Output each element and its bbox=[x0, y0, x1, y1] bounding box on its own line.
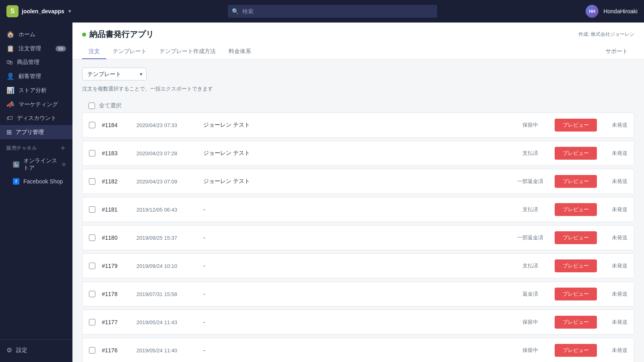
order-customer: - bbox=[203, 234, 506, 241]
template-select[interactable]: テンプレート bbox=[82, 68, 147, 80]
settings-gear-icon[interactable]: ⚙ bbox=[62, 162, 66, 167]
select-all-row: 全て選択 bbox=[82, 99, 634, 113]
tab-pricing[interactable]: 料金体系 bbox=[222, 45, 258, 59]
topbar-right: HH HondaHiroaki bbox=[586, 5, 638, 18]
sidebar-item-label: 注文管理 bbox=[19, 45, 41, 52]
sidebar-item-label: オンラインストア bbox=[23, 157, 58, 172]
order-status: 返金済 bbox=[512, 290, 548, 298]
order-customer: ジョーレン テスト bbox=[203, 178, 506, 185]
sidebar-item-home[interactable]: 🏠 ホーム bbox=[0, 27, 72, 41]
order-checkbox-6[interactable] bbox=[89, 291, 95, 297]
table-row: #1176 2019/05/24 11:40 - 保留中 プレビュー 未発送 bbox=[82, 338, 634, 362]
order-status: 支払済 bbox=[512, 150, 548, 157]
order-id: #1179 bbox=[102, 263, 130, 269]
order-date: 2020/04/23 07:33 bbox=[136, 122, 197, 128]
page-header: 納品書発行アプリ 作成: 株式会社ジョーレン 注文 テンプレート テンプレート作… bbox=[72, 23, 644, 60]
order-checkbox-2[interactable] bbox=[89, 178, 95, 185]
search-icon: 🔍 bbox=[232, 8, 239, 14]
sidebar-item-facebook-shop[interactable]: f Facebook Shop bbox=[0, 175, 72, 188]
preview-button[interactable]: プレビュー bbox=[555, 259, 597, 272]
preview-button[interactable]: プレビュー bbox=[555, 203, 597, 216]
order-customer: - bbox=[203, 347, 506, 354]
search-input[interactable] bbox=[228, 5, 437, 18]
chevron-down-icon: ▾ bbox=[68, 8, 71, 14]
order-customer: - bbox=[203, 206, 506, 213]
select-all-label: 全て選択 bbox=[99, 102, 122, 109]
order-send-status: 未発送 bbox=[603, 206, 627, 213]
order-date: 2019/05/24 11:40 bbox=[136, 348, 197, 354]
sidebar-item-products[interactable]: 🛍 商品管理 bbox=[0, 56, 72, 69]
order-checkbox-7[interactable] bbox=[89, 319, 95, 325]
order-status: 保留中 bbox=[512, 121, 548, 129]
sidebar-item-online-store[interactable]: 🏪 オンラインストア ⚙ bbox=[0, 154, 72, 175]
sidebar-item-discounts[interactable]: 🏷 ディスカウント bbox=[0, 111, 72, 125]
sidebar-item-label: 商品管理 bbox=[17, 59, 39, 66]
table-row: #1182 2020/04/23 07:09 ジョーレン テスト 一部返金済 プ… bbox=[82, 169, 634, 194]
preview-button[interactable]: プレビュー bbox=[555, 344, 597, 357]
order-id: #1181 bbox=[102, 206, 130, 213]
sidebar-item-label: アプリ管理 bbox=[16, 129, 44, 136]
tab-orders[interactable]: 注文 bbox=[82, 45, 106, 59]
order-customer: - bbox=[203, 319, 506, 325]
order-date: 2019/09/25 15:37 bbox=[136, 235, 197, 241]
avatar[interactable]: HH bbox=[586, 5, 599, 18]
order-id: #1183 bbox=[102, 150, 130, 156]
order-id: #1177 bbox=[102, 319, 130, 325]
page-tabs: 注文 テンプレート テンプレート作成方法 料金体系 サポート bbox=[82, 45, 634, 59]
main-content: 納品書発行アプリ 作成: 株式会社ジョーレン 注文 テンプレート テンプレート作… bbox=[72, 23, 644, 362]
preview-button[interactable]: プレビュー bbox=[555, 119, 597, 132]
order-send-status: 未発送 bbox=[603, 319, 627, 326]
order-checkbox-5[interactable] bbox=[89, 263, 95, 269]
order-id: #1182 bbox=[102, 178, 130, 185]
preview-button[interactable]: プレビュー bbox=[555, 231, 597, 244]
sidebar-item-label: マーケティング bbox=[19, 101, 58, 108]
sidebar: 🏠 ホーム 📋 注文管理 59 🛍 商品管理 👤 顧客管理 📊 ストア分析 📣 … bbox=[0, 23, 72, 362]
order-date: 2020/04/23 07:28 bbox=[136, 150, 197, 156]
tab-support[interactable]: サポート bbox=[599, 45, 634, 59]
order-checkbox-1[interactable] bbox=[89, 150, 95, 156]
order-status: 保留中 bbox=[512, 347, 548, 354]
sidebar-item-settings[interactable]: ⚙ 設定 bbox=[0, 343, 72, 357]
sidebar-item-apps[interactable]: ⊞ アプリ管理 bbox=[0, 125, 72, 139]
orders-table: #1184 2020/04/23 07:33 ジョーレン テスト 保留中 プレビ… bbox=[82, 113, 634, 362]
sidebar-item-customers[interactable]: 👤 顧客管理 bbox=[0, 69, 72, 83]
page-subtitle: 作成: 株式会社ジョーレン bbox=[578, 31, 634, 38]
sidebar-item-label: Facebook Shop bbox=[23, 178, 63, 185]
order-send-status: 未発送 bbox=[603, 234, 627, 241]
order-customer: - bbox=[203, 263, 506, 269]
tab-template[interactable]: テンプレート bbox=[106, 45, 153, 59]
table-row: #1183 2020/04/23 07:28 ジョーレン テスト 支払済 プレビ… bbox=[82, 141, 634, 166]
preview-button[interactable]: プレビュー bbox=[555, 288, 597, 300]
order-checkbox-8[interactable] bbox=[89, 347, 95, 354]
order-checkbox-4[interactable] bbox=[89, 234, 95, 241]
online-store-icon: 🏪 bbox=[13, 161, 19, 168]
status-dot bbox=[82, 33, 86, 37]
tab-template-create[interactable]: テンプレート作成方法 bbox=[153, 45, 222, 59]
table-row: #1181 2019/12/05 06:43 - 支払済 プレビュー 未発送 bbox=[82, 197, 634, 222]
sidebar-item-analytics[interactable]: 📊 ストア分析 bbox=[0, 83, 72, 97]
sidebar-bottom: ⚙ 設定 bbox=[0, 339, 72, 357]
order-status: 一部返金済 bbox=[512, 178, 548, 185]
preview-button[interactable]: プレビュー bbox=[555, 175, 597, 188]
order-checkbox-3[interactable] bbox=[89, 206, 95, 213]
table-row: #1177 2019/05/24 11:43 - 保留中 プレビュー 未発送 bbox=[82, 310, 634, 335]
user-name: HondaHiroaki bbox=[603, 8, 638, 14]
preview-button[interactable]: プレビュー bbox=[555, 147, 597, 160]
select-all-checkbox[interactable] bbox=[89, 103, 95, 109]
home-icon: 🏠 bbox=[6, 31, 14, 38]
add-sales-channel-icon[interactable]: ＋ bbox=[60, 144, 66, 152]
order-date: 2019/12/05 06:43 bbox=[136, 207, 197, 213]
content-area: テンプレート ▾ 注文を複数選択することで、一括エクスポートできます 全て選択 … bbox=[72, 60, 644, 362]
discounts-icon: 🏷 bbox=[6, 115, 13, 122]
order-status: 支払済 bbox=[512, 206, 548, 213]
sidebar-item-orders[interactable]: 📋 注文管理 59 bbox=[0, 41, 72, 56]
order-send-status: 未発送 bbox=[603, 262, 627, 269]
preview-button[interactable]: プレビュー bbox=[555, 316, 597, 329]
sidebar-item-marketing[interactable]: 📣 マーケティング bbox=[0, 97, 72, 111]
order-id: #1184 bbox=[102, 122, 130, 128]
brand[interactable]: S joolen_devapps ▾ bbox=[6, 5, 79, 17]
topbar: S joolen_devapps ▾ 🔍 HH HondaHiroaki bbox=[0, 0, 644, 23]
order-customer: ジョーレン テスト bbox=[203, 121, 506, 129]
facebook-icon: f bbox=[13, 178, 19, 185]
order-checkbox-0[interactable] bbox=[89, 122, 95, 128]
